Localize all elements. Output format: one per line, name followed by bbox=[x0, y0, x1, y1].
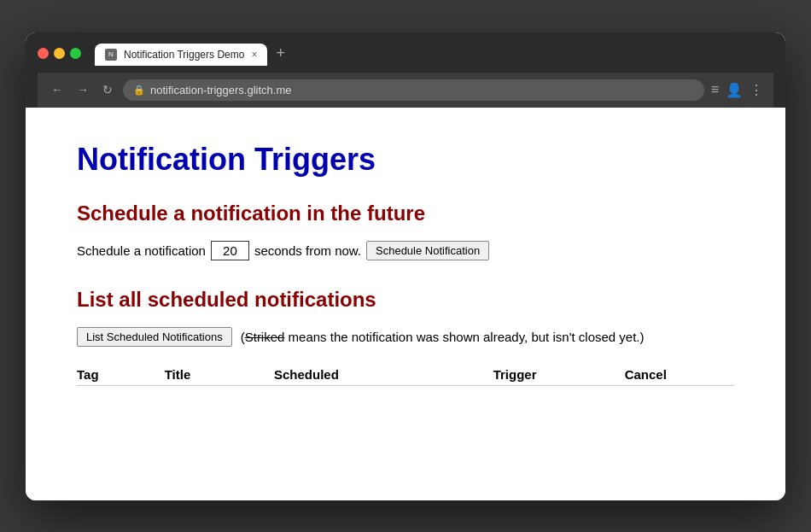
active-tab[interactable]: N Notification Triggers Demo × bbox=[95, 44, 267, 66]
reading-list-icon[interactable]: ≡ bbox=[711, 82, 719, 97]
browser-toolbar: ← → ↻ 🔒 notification-triggers.glitch.me … bbox=[38, 73, 773, 108]
list-scheduled-notifications-button[interactable]: List Scheduled Notifications bbox=[77, 327, 232, 347]
tab-bar: N Notification Triggers Demo × + bbox=[95, 41, 292, 66]
col-header-title: Title bbox=[165, 364, 274, 386]
col-header-cancel: Cancel bbox=[625, 364, 734, 386]
table-header-row: Tag Title Scheduled Trigger Cancel bbox=[77, 364, 734, 386]
note-strikethrough: Striked bbox=[245, 330, 285, 344]
schedule-label-before: Schedule a notification bbox=[77, 243, 206, 258]
browser-titlebar: N Notification Triggers Demo × + ← → ↻ 🔒… bbox=[26, 32, 785, 108]
note-suffix: means the notification was shown already… bbox=[284, 330, 644, 344]
col-header-tag: Tag bbox=[77, 364, 165, 386]
forward-button[interactable]: → bbox=[73, 82, 92, 97]
titlebar-top: N Notification Triggers Demo × + bbox=[38, 41, 773, 66]
lock-icon: 🔒 bbox=[133, 85, 145, 96]
close-traffic-light[interactable] bbox=[38, 48, 49, 59]
maximize-traffic-light[interactable] bbox=[70, 48, 81, 59]
notifications-table: Tag Title Scheduled Trigger Cancel bbox=[77, 364, 734, 386]
address-bar[interactable]: 🔒 notification-triggers.glitch.me bbox=[123, 79, 704, 101]
tab-close-button[interactable]: × bbox=[251, 50, 257, 60]
tab-favicon: N bbox=[105, 49, 117, 61]
new-tab-button[interactable]: + bbox=[269, 41, 292, 66]
tab-favicon-letter: N bbox=[108, 50, 114, 58]
page-title: Notification Triggers bbox=[77, 142, 734, 178]
tab-title: Notification Triggers Demo bbox=[124, 49, 244, 61]
account-icon[interactable]: 👤 bbox=[726, 82, 743, 98]
seconds-input[interactable] bbox=[211, 241, 249, 260]
minimize-traffic-light[interactable] bbox=[54, 48, 65, 59]
section1-heading: Schedule a notification in the future bbox=[77, 202, 734, 225]
list-row: List Scheduled Notifications (Striked me… bbox=[77, 327, 734, 347]
list-section: List all scheduled notifications List Sc… bbox=[77, 288, 734, 386]
section2-heading: List all scheduled notifications bbox=[77, 288, 734, 312]
col-header-scheduled: Scheduled bbox=[274, 364, 493, 386]
page-content: Notification Triggers Schedule a notific… bbox=[26, 108, 785, 500]
reload-button[interactable]: ↻ bbox=[99, 82, 116, 97]
back-button[interactable]: ← bbox=[48, 82, 67, 97]
more-options-icon[interactable]: ⋮ bbox=[750, 82, 763, 98]
traffic-lights bbox=[38, 48, 81, 59]
schedule-notification-button[interactable]: Schedule Notification bbox=[366, 241, 489, 260]
toolbar-right-icons: ≡ 👤 ⋮ bbox=[711, 82, 763, 98]
strikethrough-note: (Striked means the notification was show… bbox=[241, 330, 645, 344]
schedule-label-after: seconds from now. bbox=[254, 243, 361, 258]
browser-window: N Notification Triggers Demo × + ← → ↻ 🔒… bbox=[26, 32, 785, 500]
col-header-trigger: Trigger bbox=[493, 364, 625, 386]
schedule-row: Schedule a notification seconds from now… bbox=[77, 241, 734, 260]
url-text: notification-triggers.glitch.me bbox=[150, 84, 694, 96]
